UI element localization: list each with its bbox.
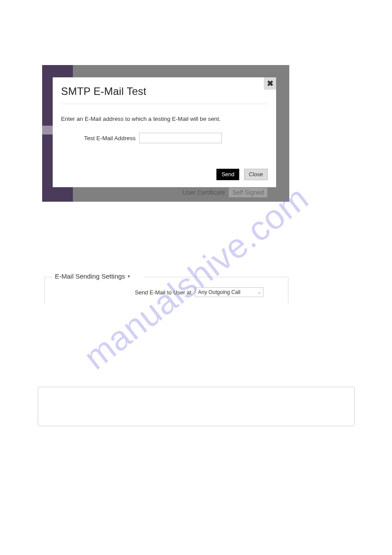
dialog-title: SMTP E-Mail Test [61,85,268,98]
send-email-label: Send E-Mail to User at [69,289,191,296]
fieldset-border [44,277,52,277]
settings-legend[interactable]: E-Mail Sending Settings ▾ [55,272,133,280]
dialog-instruction: Enter an E-Mail address to which a testi… [61,116,268,122]
bg-user-certificate-value: Self Signed [228,187,268,198]
chevron-down-icon: ▾ [128,274,130,279]
select-value: Any Outgoing Call [198,289,241,295]
test-email-field-row: Test E-Mail Address [61,133,268,143]
smtp-email-test-dialog: ✖ SMTP E-Mail Test Enter an E-Mail addre… [53,77,276,187]
dialog-button-row: Send Close [61,169,268,180]
close-icon[interactable]: ✖ [264,77,276,90]
info-box [38,387,355,426]
chevron-down-icon: ⌄ [258,290,261,294]
bg-user-certificate-label: User Certificate [183,189,225,196]
email-sending-settings-fieldset: E-Mail Sending Settings ▾ Send E-Mail to… [44,272,288,303]
send-email-trigger-select[interactable]: Any Outgoing Call ⌄ [195,287,263,297]
send-email-row: Send E-Mail to User at Any Outgoing Call… [44,287,288,297]
settings-legend-text: E-Mail Sending Settings [55,272,125,280]
divider [61,104,268,104]
test-email-label: Test E-Mail Address [61,135,136,141]
fieldset-border [144,277,288,277]
send-button[interactable]: Send [216,169,239,180]
close-button[interactable]: Close [244,169,268,180]
close-icon-glyph: ✖ [267,79,273,88]
test-email-input[interactable] [139,133,222,143]
bg-user-certificate-row: User Certificate Self Signed [183,187,268,198]
